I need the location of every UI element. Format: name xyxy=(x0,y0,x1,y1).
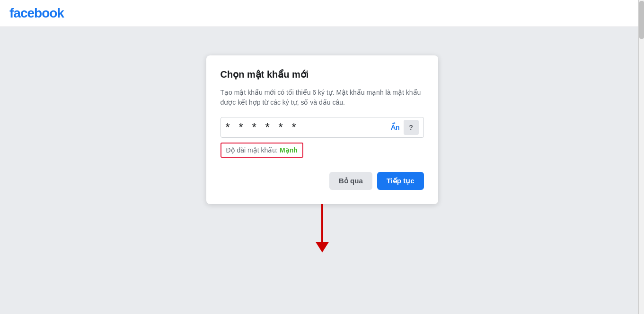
password-strength-indicator: Độ dài mật khẩu: Mạnh xyxy=(221,143,303,158)
password-input-row: * * * * * * Ẩn ? xyxy=(221,117,424,138)
header: facebook xyxy=(0,0,644,27)
password-dots: * * * * * * xyxy=(226,117,387,138)
arrow-line xyxy=(321,204,323,242)
modal-title: Chọn mật khẩu mới xyxy=(221,69,424,80)
action-buttons-row: Bỏ qua Tiếp tục xyxy=(221,172,424,190)
scrollbar[interactable] xyxy=(638,0,644,314)
facebook-logo: facebook xyxy=(9,6,64,21)
arrow-head xyxy=(316,242,329,252)
hide-button[interactable]: Ẩn xyxy=(387,124,404,131)
annotation-area xyxy=(316,204,329,252)
arrow-container xyxy=(316,204,329,252)
modal-description: Tạo mật khẩu mới có tối thiểu 6 ký tự. M… xyxy=(221,88,424,108)
continue-button[interactable]: Tiếp tục xyxy=(377,172,424,190)
scrollbar-thumb[interactable] xyxy=(639,1,644,39)
question-button[interactable]: ? xyxy=(404,120,419,135)
modal-card: Chọn mật khẩu mới Tạo mật khẩu mới có tố… xyxy=(206,55,438,204)
skip-button[interactable]: Bỏ qua xyxy=(329,172,372,190)
strength-value: Mạnh xyxy=(280,146,298,154)
strength-label: Độ dài mật khẩu: xyxy=(226,146,278,154)
main-content: Chọn mật khẩu mới Tạo mật khẩu mới có tố… xyxy=(0,27,644,314)
